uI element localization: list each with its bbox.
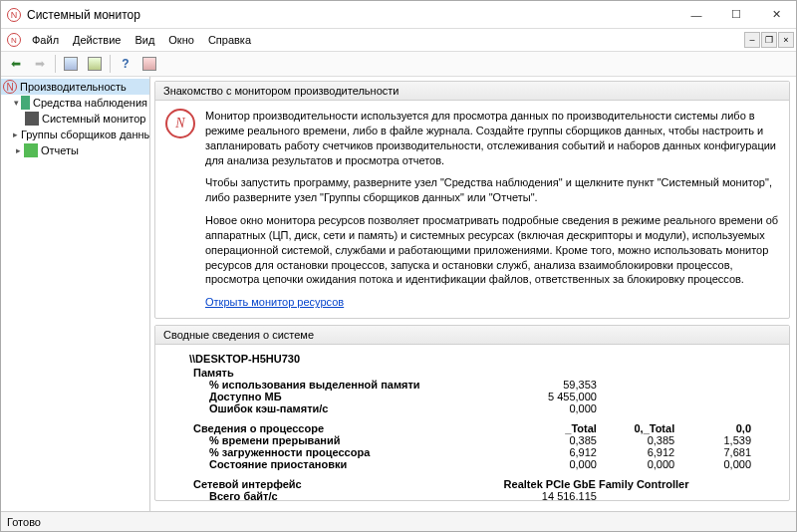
toolbar-button-1[interactable] (60, 54, 82, 74)
app-icon-small: N (7, 33, 21, 47)
overview-panel: Знакомство с монитором производительност… (154, 81, 790, 319)
content-pane: Знакомство с монитором производительност… (150, 77, 796, 511)
toolbar-separator (55, 55, 56, 73)
monitor-icon (25, 112, 39, 126)
menu-view[interactable]: Вид (128, 32, 161, 48)
tree-performance[interactable]: N Производительность (1, 79, 149, 95)
window-title: Системный монитор (27, 8, 676, 22)
tree-collector-sets[interactable]: ▸ Группы сборщиков данных (1, 127, 149, 142)
menu-file[interactable]: Файл (25, 32, 66, 48)
app-window: N Системный монитор — ☐ ✕ N Файл Действи… (0, 0, 797, 532)
menubar: N Файл Действие Вид Окно Справка – ❐ × (1, 29, 796, 51)
back-button[interactable]: ⬅ (5, 54, 27, 74)
mdi-minimize-button[interactable]: – (744, 32, 760, 48)
nav-tree: N Производительность ▾ Средства наблюден… (1, 77, 150, 511)
report-icon (24, 143, 38, 157)
minimize-button[interactable]: — (676, 1, 716, 29)
app-icon: N (7, 8, 21, 22)
toolbar: ⬅ ➡ ? (1, 51, 796, 77)
expand-icon[interactable]: ▸ (13, 130, 18, 139)
system-summary-header: Сводные сведения о системе (155, 326, 789, 345)
overview-text-1: Монитор производительности используется … (205, 109, 779, 167)
mdi-restore-button[interactable]: ❐ (761, 32, 777, 48)
folder-icon (21, 96, 31, 110)
tree-label: Отчеты (41, 144, 79, 156)
collapse-icon[interactable]: ▾ (13, 98, 21, 108)
section-cpu: Сведения о процессоре _Total 0,_Total 0,… (189, 422, 755, 434)
overview-text-2: Чтобы запустить программу, разверните уз… (205, 175, 779, 205)
tree-monitoring-tools[interactable]: ▾ Средства наблюдения (1, 95, 149, 111)
system-summary-body[interactable]: \\DESKTOP-H5HU730 Память % использования… (155, 345, 789, 500)
help-button[interactable]: ? (115, 54, 136, 74)
section-net: Сетевой интерфейс Realtek PCIe GbE Famil… (189, 478, 755, 490)
overview-icon: N (165, 109, 195, 138)
maximize-button[interactable]: ☐ (716, 1, 756, 29)
overview-text-3: Новое окно монитора ресурсов позволяет п… (205, 213, 779, 287)
forward-button[interactable]: ➡ (29, 54, 51, 74)
system-summary-panel: Сводные сведения о системе \\DESKTOP-H5H… (154, 325, 790, 501)
menu-help[interactable]: Справка (201, 32, 258, 48)
table-row: Состояние приостановки0,0000,0000,000 (189, 458, 755, 470)
tree-label: Средства наблюдения (33, 97, 147, 109)
mdi-close-button[interactable]: × (778, 32, 794, 48)
table-row: Ошибок кэш-памяти/с0,000 (189, 402, 755, 414)
expand-icon[interactable]: ▸ (13, 145, 24, 155)
table-row: % загруженности процессора6,9126,9127,68… (189, 446, 755, 458)
table-row: Доступно МБ5 455,000 (189, 391, 755, 402)
menu-action[interactable]: Действие (66, 32, 128, 48)
menu-window[interactable]: Окно (161, 32, 201, 48)
open-resource-monitor-link[interactable]: Открыть монитор ресурсов (205, 296, 344, 308)
toolbar-button-2[interactable] (84, 54, 106, 74)
tree-label: Группы сборщиков данных (21, 129, 150, 140)
close-button[interactable]: ✕ (756, 1, 796, 29)
table-row: % времени прерываний0,3850,3851,539 (189, 434, 755, 446)
tree-label: Производительность (20, 81, 127, 93)
tree-reports[interactable]: ▸ Отчеты (1, 142, 149, 158)
table-row: % использования выделенной памяти59,353 (189, 379, 755, 391)
status-text: Готово (7, 516, 41, 528)
section-memory: Память (189, 367, 755, 379)
overview-header: Знакомство с монитором производительност… (155, 82, 789, 101)
table-row: Всего байт/с14 516,115 (189, 490, 755, 500)
titlebar: N Системный монитор — ☐ ✕ (1, 1, 796, 29)
statusbar: Готово (1, 511, 796, 531)
hostname: \\DESKTOP-H5HU730 (189, 353, 755, 365)
tree-system-monitor[interactable]: Системный монитор (1, 111, 149, 127)
toolbar-button-3[interactable] (138, 54, 160, 74)
toolbar-separator (110, 55, 111, 73)
perf-icon: N (3, 80, 17, 94)
tree-label: Системный монитор (42, 113, 145, 125)
